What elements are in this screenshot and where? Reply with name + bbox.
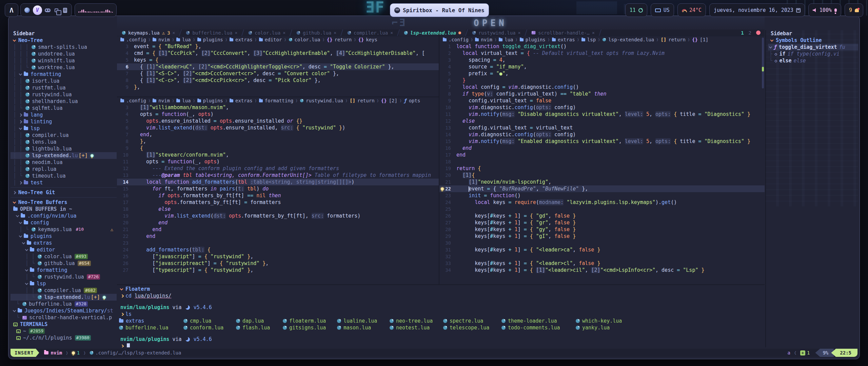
workspace-docs[interactable] — [62, 7, 68, 13]
tree-item[interactable]: │ │ │ undotree.lua — [11, 50, 117, 57]
tree-item[interactable]: │ │ lightbulb.lua — [11, 145, 117, 152]
pane-divider[interactable] — [439, 29, 439, 284]
code-text: }, — [134, 138, 146, 144]
tree-item[interactable]: │ lang — [11, 111, 117, 118]
code-token: "Disable diagnostics virtualtext" — [518, 111, 619, 117]
tree-item[interactable]: │ │ compiler.lua — [11, 132, 117, 139]
section-header-neo-tree-buffers[interactable]: Neo-Tree Buffers — [11, 199, 117, 206]
code-token: "Lsp" — [683, 267, 698, 273]
code-token: { — [140, 145, 143, 151]
code-token: keys[ — [456, 213, 490, 219]
tree-item[interactable]: │ │ shellharden.lua — [11, 98, 117, 105]
code-token: = — [493, 57, 499, 63]
updates-widget[interactable]: 11 — [625, 3, 647, 17]
editor-pane-rustywind-lua[interactable]: .config❭nvim❭lua❭plugins❭extras❭formatti… — [117, 97, 439, 284]
tree-item[interactable]: │ │ repl.lua — [11, 166, 117, 172]
tab-lsp-extended-lua[interactable]: lsp-extended.lua — [399, 29, 466, 36]
tree-item[interactable]: │ └ timeout.lua — [11, 172, 117, 179]
tree-item[interactable]: │ test — [11, 179, 117, 186]
section-header-neo-tree-git[interactable]: Neo-Tree Git — [11, 189, 117, 196]
tree-item[interactable]: │ │ lens.lua — [11, 139, 117, 145]
tree-item[interactable]: TERMINALS — [11, 321, 117, 328]
tree-item[interactable]: │ │ isort.lua — [11, 78, 117, 84]
tree-item[interactable]: │ │ rustywind.lua — [11, 91, 117, 98]
code-text: keys[#keys + 1] = { "<leader>cl", false … — [456, 260, 600, 266]
code-token: false — [579, 260, 594, 266]
tree-item[interactable]: │ lsp — [11, 125, 117, 132]
editor-pane-color-lua[interactable]: .config❭nvim❭lua❭plugins❭extras❭editor❭c… — [117, 36, 439, 97]
lua-file-icon — [122, 31, 126, 35]
tree-item[interactable]: │ │ │ smart-splits.lua — [11, 44, 117, 50]
symbol-item[interactable]: └◇elseelse — [768, 57, 858, 64]
code-token: config.virtual_text — [456, 125, 530, 131]
code-token — [456, 84, 462, 90]
code-token: opts — [167, 192, 180, 199]
tree-item[interactable]: lsp — [11, 280, 117, 287]
floaterm-panel[interactable]: Floatermcd lua/plugins/nvim/lua/plugins … — [117, 284, 765, 347]
tree-item[interactable]: config — [11, 219, 117, 226]
tree-item[interactable]: .config/nvim/lua — [11, 212, 117, 219]
close-all-button[interactable] — [756, 30, 761, 35]
tree-item[interactable]: │ formatting — [11, 71, 117, 78]
tree-item[interactable]: │ │ neodim.lua — [11, 159, 117, 166]
tree-item[interactable]: │ │ rustfmt.lua — [11, 84, 117, 91]
tree-item[interactable]: │ └ lsp-extended.lu[+] — [11, 294, 117, 301]
tab-bufferline-lua[interactable]: bufferline.lua× — [181, 29, 242, 36]
symbol-item[interactable]: ├◇ifif type(config.vi — [768, 50, 858, 57]
weather-widget[interactable]: 24°C — [677, 3, 706, 17]
symbol-item[interactable]: ƒtoggle_diag_virtextfu — [768, 44, 858, 50]
code-token: if — [158, 192, 167, 199]
tree-item[interactable]: plugins — [11, 233, 117, 240]
tab-color-lua[interactable]: color.lua× — [243, 29, 290, 36]
tree-item[interactable]: │ linting — [11, 118, 117, 125]
register-indicator: a — [788, 350, 790, 355]
scrollbar-thumb[interactable] — [762, 38, 764, 88]
tab-scrollbar-handle-[interactable]: scrollbar-handle-…× — [527, 29, 599, 36]
tree-item[interactable]: │ │ lsp-extended.lu[+] — [11, 152, 117, 159]
tree-item[interactable]: OPEN BUFFERS in ~ — [11, 206, 117, 212]
tree-item[interactable]: └ bufferline.lua#328 — [11, 301, 117, 307]
tree-item[interactable]: extras — [11, 240, 117, 246]
tree-item[interactable]: ~/.c/n/l/plugins#3980 — [11, 334, 117, 341]
symbols-outline-header[interactable]: Symbols Outline — [768, 37, 858, 44]
workspace-games[interactable] — [45, 7, 51, 13]
viz-bar — [86, 12, 87, 13]
launcher-button[interactable]: Λ — [5, 3, 18, 17]
notifications-widget[interactable]: 9 — [845, 3, 863, 17]
code-token: (_, — [186, 111, 198, 117]
workspace-active-vim[interactable]: V — [33, 5, 42, 15]
code-token: ( — [235, 186, 238, 192]
line-number: 17 — [122, 200, 134, 205]
date-widget[interactable]: jueves, noviembre 16, 2023 — [709, 3, 805, 17]
tree-item[interactable]: └ scrollbar-handle-vertical.p — [11, 314, 117, 321]
tree-item[interactable]: │ │ └ worktree.lua — [11, 64, 117, 71]
tree-item[interactable]: ~#2859 — [11, 328, 117, 334]
tab-keymaps-lua[interactable]: keymaps.lua⚠3× — [117, 29, 180, 36]
code-token: then — [269, 192, 281, 199]
tree-item[interactable]: Juegos/Indies/SteamLibrary/st — [11, 307, 117, 314]
tree-item[interactable]: formatting — [11, 267, 117, 273]
tree-item[interactable]: │ └ sqlfmt.lua — [11, 105, 117, 111]
tree-item[interactable]: │ │ color.lua#493 — [11, 253, 117, 260]
tree-item[interactable]: │ │ │ winshift.lua — [11, 57, 117, 64]
tree-item[interactable]: │ └ rustywind.lua#726 — [11, 273, 117, 280]
code-token: keys[ — [456, 233, 490, 239]
floaterm-header[interactable]: Floaterm — [117, 286, 765, 292]
tree-item[interactable]: │ └ keymaps.lua#10⚠ — [11, 226, 117, 233]
ls-file-name: mason.lua — [343, 325, 371, 331]
code-token: end — [140, 131, 149, 138]
keyboard-layout-widget[interactable]: US — [651, 3, 674, 17]
tab-compiler-lua[interactable]: compiler.lua× — [342, 29, 398, 36]
tree-item[interactable]: │ └ github.lua#654 — [11, 260, 117, 267]
tree-item[interactable]: │ │ compiler.lua#682 — [11, 287, 117, 294]
workspace-firefox[interactable] — [24, 7, 30, 13]
tab-rustywind-lua[interactable]: rustywind.lua× — [467, 29, 525, 36]
section-header-neo-tree[interactable]: Neo-Tree — [11, 37, 117, 44]
tree-item[interactable]: editor — [11, 246, 117, 253]
workspace-switcher[interactable]: V — [20, 3, 72, 17]
workspace-windows[interactable] — [54, 7, 60, 13]
editor-pane-lsp-extended-lua[interactable]: .config❭nvim❭lua❭plugins❭extras❭lsp❭lsp-… — [439, 36, 765, 284]
tab-github-lua[interactable]: github.lua× — [292, 29, 341, 36]
now-playing-widget[interactable]: Spiritbox - Rule Of Nines — [390, 3, 489, 17]
volume-widget[interactable]: 100% — [808, 3, 841, 17]
